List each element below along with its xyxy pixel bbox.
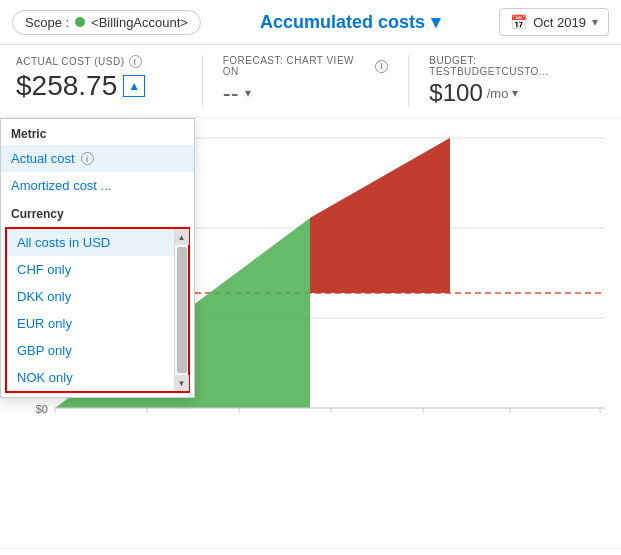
forecast-label: FORECAST: CHART VIEW ON [223, 55, 372, 77]
currency-options-border: All costs in USD CHF only DKK only EUR o… [5, 227, 190, 393]
scroll-up-button[interactable]: ▲ [175, 229, 189, 245]
budget-label-row: BUDGET: TESTBUDGETCUSTO... [429, 55, 595, 77]
date-selector-button[interactable]: 📅 Oct 2019 ▾ [499, 8, 609, 36]
actual-cost-value: $258.75 [16, 70, 117, 102]
actual-cost-value-row: $258.75 ▲ [16, 70, 182, 102]
title-chevron-icon: ▾ [431, 11, 440, 33]
scope-selector[interactable]: Scope : <BillingAccount> [12, 10, 201, 35]
title-section: Accumulated costs ▾ [213, 11, 487, 33]
forecast-value: -- [223, 79, 239, 107]
actual-cost-up-arrow[interactable]: ▲ [123, 75, 145, 97]
amortized-cost-option-label: Amortized cost ... [11, 178, 111, 193]
metric-section-label: Metric [1, 119, 194, 145]
metrics-divider-1 [202, 55, 203, 107]
actual-cost-label-row: ACTUAL COST (USD) i [16, 55, 182, 68]
budget-chevron-icon[interactable]: ▾ [512, 86, 518, 100]
top-bar: Scope : <BillingAccount> Accumulated cos… [0, 0, 621, 45]
currency-scrollbar-container: All costs in USD CHF only DKK only EUR o… [7, 229, 188, 391]
dropdown-item-actual-cost[interactable]: Actual cost i [1, 145, 194, 172]
metrics-divider-2 [408, 55, 409, 107]
currency-item-eur[interactable]: EUR only [7, 310, 174, 337]
currency-item-dkk[interactable]: DKK only [7, 283, 174, 310]
currency-items-list: All costs in USD CHF only DKK only EUR o… [7, 229, 174, 391]
currency-item-gbp[interactable]: GBP only [7, 337, 174, 364]
scroll-down-button[interactable]: ▼ [175, 375, 189, 391]
currency-eur-label: EUR only [17, 316, 72, 331]
currency-nok-label: NOK only [17, 370, 73, 385]
budget-metric: BUDGET: TESTBUDGETCUSTO... $100 /mo ▾ [419, 55, 605, 107]
currency-dkk-label: DKK only [17, 289, 71, 304]
date-chevron-icon: ▾ [592, 15, 598, 29]
actual-cost-info-icon[interactable]: i [129, 55, 142, 68]
budget-value: $100 [429, 79, 482, 107]
budget-label: BUDGET: TESTBUDGETCUSTO... [429, 55, 595, 77]
currency-item-nok[interactable]: NOK only [7, 364, 174, 391]
forecast-label-row: FORECAST: CHART VIEW ON i [223, 55, 389, 77]
actual-cost-label: ACTUAL COST (USD) [16, 56, 125, 67]
svg-marker-10 [310, 138, 450, 293]
scroll-thumb [177, 247, 187, 373]
forecast-metric: FORECAST: CHART VIEW ON i -- ▾ [213, 55, 399, 107]
forecast-chevron-icon[interactable]: ▾ [245, 86, 251, 100]
currency-gbp-label: GBP only [17, 343, 72, 358]
scope-value: <BillingAccount> [91, 15, 188, 30]
budget-period: /mo [487, 86, 509, 101]
budget-value-row: $100 /mo ▾ [429, 79, 595, 107]
metric-dropdown: Metric Actual cost i Amortized cost ... … [0, 118, 195, 398]
svg-text:$0: $0 [36, 403, 48, 415]
currency-usd-label: All costs in USD [17, 235, 110, 250]
currency-scrollbar: ▲ ▼ [174, 229, 188, 391]
calendar-icon: 📅 [510, 14, 527, 30]
currency-chf-label: CHF only [17, 262, 71, 277]
forecast-value-row: -- ▾ [223, 79, 389, 107]
main-content: $100 $50 $0 Metric Actual cost [0, 118, 621, 548]
currency-item-chf[interactable]: CHF only [7, 256, 174, 283]
metrics-bar: ACTUAL COST (USD) i $258.75 ▲ FORECAST: … [0, 45, 621, 118]
currency-item-usd[interactable]: All costs in USD [7, 229, 174, 256]
actual-cost-option-info-icon[interactable]: i [81, 152, 94, 165]
actual-cost-metric: ACTUAL COST (USD) i $258.75 ▲ [16, 55, 192, 102]
dropdown-item-amortized-cost[interactable]: Amortized cost ... [1, 172, 194, 199]
date-label: Oct 2019 [533, 15, 586, 30]
scope-dot [75, 17, 85, 27]
forecast-info-icon[interactable]: i [375, 60, 388, 73]
currency-section-label: Currency [1, 199, 194, 225]
actual-cost-option-label: Actual cost [11, 151, 75, 166]
scope-label: Scope : [25, 15, 69, 30]
x-axis-labels-bar: Oct 1 Oct 4 Oct 7 Oct 10 Oct 13 Oct 16 [0, 548, 621, 555]
accumulated-costs-label: Accumulated costs [260, 12, 425, 33]
accumulated-costs-button[interactable]: Accumulated costs ▾ [260, 11, 440, 33]
